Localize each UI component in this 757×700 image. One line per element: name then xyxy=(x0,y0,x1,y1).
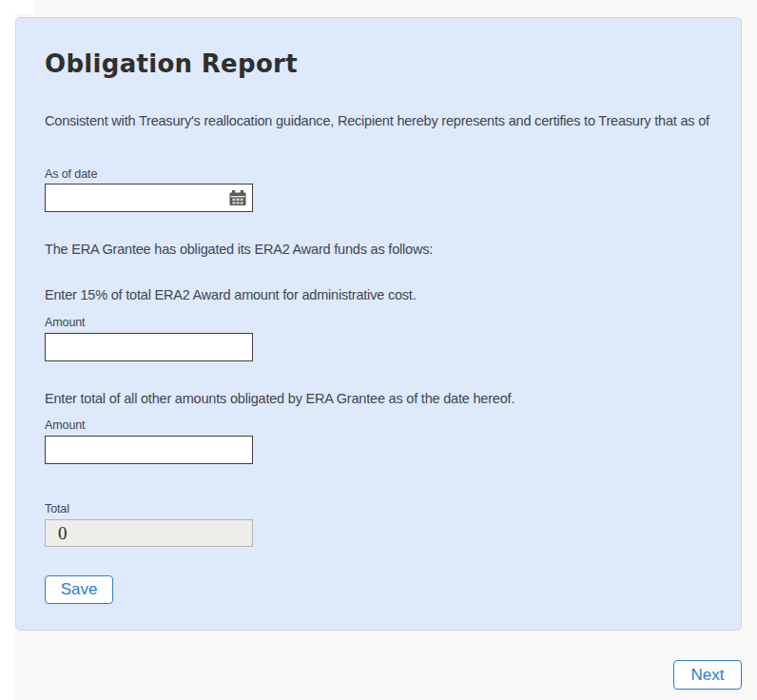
calendar-icon-glyph xyxy=(229,190,246,206)
obligation-report-panel: Obligation Report Consistent with Treasu… xyxy=(15,17,742,631)
page: { "title": "Obligation Report", "intro":… xyxy=(0,0,757,700)
admin-amount-label: Amount xyxy=(45,316,85,329)
total-input xyxy=(45,519,253,547)
admin-cost-instruction: Enter 15% of total ERA2 Award amount for… xyxy=(45,287,417,302)
corner-notch xyxy=(0,0,33,13)
calendar-icon[interactable] xyxy=(227,189,248,206)
other-amounts-instruction: Enter total of all other amounts obligat… xyxy=(45,391,514,406)
left-gutter xyxy=(0,0,15,700)
total-label: Total xyxy=(45,502,69,515)
intro-text: Consistent with Treasury's reallocation … xyxy=(45,113,709,128)
other-amount-label: Amount xyxy=(45,418,85,432)
other-amount-input[interactable] xyxy=(45,436,253,464)
next-button[interactable]: Next xyxy=(673,660,742,690)
as-of-date-label: As of date xyxy=(45,167,97,181)
admin-amount-input[interactable] xyxy=(45,333,253,361)
funds-statement-text: The ERA Grantee has obligated its ERA2 A… xyxy=(45,242,433,257)
as-of-date-input[interactable] xyxy=(45,184,253,212)
page-title: Obligation Report xyxy=(45,49,298,78)
save-button[interactable]: Save xyxy=(45,575,113,604)
